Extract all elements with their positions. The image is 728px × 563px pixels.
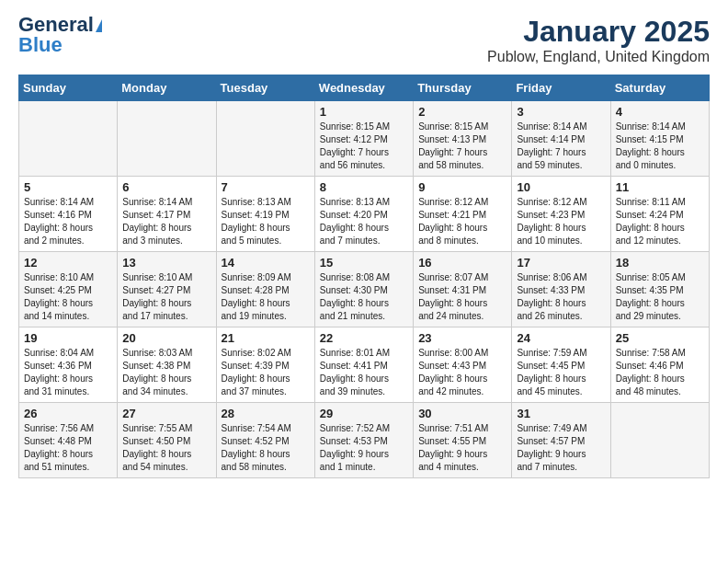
day-info: Sunrise: 8:14 AM Sunset: 4:16 PM Dayligh… xyxy=(24,196,112,247)
calendar-week-row: 19Sunrise: 8:04 AM Sunset: 4:36 PM Dayli… xyxy=(19,327,710,403)
day-number: 15 xyxy=(320,256,408,270)
calendar-day-cell: 21Sunrise: 8:02 AM Sunset: 4:39 PM Dayli… xyxy=(216,327,314,403)
calendar-day-cell: 26Sunrise: 7:56 AM Sunset: 4:48 PM Dayli… xyxy=(19,403,118,478)
day-info: Sunrise: 8:13 AM Sunset: 4:20 PM Dayligh… xyxy=(320,196,408,247)
day-number: 23 xyxy=(418,331,506,345)
day-info: Sunrise: 8:14 AM Sunset: 4:17 PM Dayligh… xyxy=(122,196,210,247)
day-number: 20 xyxy=(122,331,210,345)
logo-blue: Blue xyxy=(18,33,63,56)
day-number: 27 xyxy=(122,407,210,420)
day-info: Sunrise: 8:12 AM Sunset: 4:23 PM Dayligh… xyxy=(517,196,605,247)
day-number: 25 xyxy=(616,331,704,345)
calendar-day-cell: 18Sunrise: 8:05 AM Sunset: 4:35 PM Dayli… xyxy=(610,252,709,327)
day-info: Sunrise: 8:10 AM Sunset: 4:25 PM Dayligh… xyxy=(24,271,112,323)
calendar-table: SundayMondayTuesdayWednesdayThursdayFrid… xyxy=(18,75,710,478)
calendar-day-cell: 23Sunrise: 8:00 AM Sunset: 4:43 PM Dayli… xyxy=(414,327,512,403)
day-info: Sunrise: 7:49 AM Sunset: 4:57 PM Dayligh… xyxy=(517,422,605,474)
day-info: Sunrise: 8:00 AM Sunset: 4:43 PM Dayligh… xyxy=(418,347,506,398)
calendar-day-cell: 10Sunrise: 8:12 AM Sunset: 4:23 PM Dayli… xyxy=(512,177,610,252)
calendar-day-cell: 2Sunrise: 8:15 AM Sunset: 4:13 PM Daylig… xyxy=(414,101,512,177)
day-number: 24 xyxy=(517,331,605,345)
calendar-day-cell: 7Sunrise: 8:13 AM Sunset: 4:19 PM Daylig… xyxy=(216,177,314,252)
calendar-day-cell: 13Sunrise: 8:10 AM Sunset: 4:27 PM Dayli… xyxy=(118,252,216,327)
day-number: 5 xyxy=(24,180,112,194)
day-info: Sunrise: 7:58 AM Sunset: 4:46 PM Dayligh… xyxy=(616,347,704,398)
day-number: 12 xyxy=(24,256,112,270)
day-number: 30 xyxy=(418,407,506,420)
day-info: Sunrise: 8:06 AM Sunset: 4:33 PM Dayligh… xyxy=(517,271,605,323)
day-info: Sunrise: 8:15 AM Sunset: 4:12 PM Dayligh… xyxy=(320,121,408,172)
calendar-day-cell: 15Sunrise: 8:08 AM Sunset: 4:30 PM Dayli… xyxy=(314,252,413,327)
calendar-day-cell xyxy=(19,101,118,177)
day-number: 28 xyxy=(222,407,310,420)
page: General Blue January 2025 Publow, Englan… xyxy=(0,0,728,488)
day-number: 17 xyxy=(517,256,605,270)
calendar-day-header: Wednesday xyxy=(314,75,413,101)
calendar-title: January 2025 xyxy=(487,15,710,49)
day-info: Sunrise: 8:03 AM Sunset: 4:38 PM Dayligh… xyxy=(122,347,210,398)
calendar-day-cell xyxy=(610,403,709,478)
calendar-day-cell: 31Sunrise: 7:49 AM Sunset: 4:57 PM Dayli… xyxy=(512,403,610,478)
day-number: 3 xyxy=(517,105,605,119)
calendar-day-cell: 9Sunrise: 8:12 AM Sunset: 4:21 PM Daylig… xyxy=(414,177,512,252)
calendar-day-header: Friday xyxy=(512,75,610,101)
calendar-day-header: Sunday xyxy=(19,75,118,101)
day-info: Sunrise: 8:14 AM Sunset: 4:14 PM Dayligh… xyxy=(517,121,605,172)
calendar-day-cell: 25Sunrise: 7:58 AM Sunset: 4:46 PM Dayli… xyxy=(610,327,709,403)
day-number: 21 xyxy=(222,331,310,345)
day-number: 11 xyxy=(616,180,704,194)
day-info: Sunrise: 8:08 AM Sunset: 4:30 PM Dayligh… xyxy=(320,271,408,323)
day-info: Sunrise: 8:13 AM Sunset: 4:19 PM Dayligh… xyxy=(222,196,310,247)
day-info: Sunrise: 8:04 AM Sunset: 4:36 PM Dayligh… xyxy=(24,347,112,398)
calendar-day-cell: 5Sunrise: 8:14 AM Sunset: 4:16 PM Daylig… xyxy=(19,177,118,252)
calendar-day-cell: 29Sunrise: 7:52 AM Sunset: 4:53 PM Dayli… xyxy=(314,403,413,478)
day-number: 6 xyxy=(122,180,210,194)
calendar-day-cell: 27Sunrise: 7:55 AM Sunset: 4:50 PM Dayli… xyxy=(118,403,216,478)
day-number: 1 xyxy=(320,105,408,119)
calendar-day-cell: 4Sunrise: 8:14 AM Sunset: 4:15 PM Daylig… xyxy=(610,101,709,177)
day-info: Sunrise: 8:14 AM Sunset: 4:15 PM Dayligh… xyxy=(616,121,704,172)
day-info: Sunrise: 7:56 AM Sunset: 4:48 PM Dayligh… xyxy=(24,422,112,474)
day-info: Sunrise: 8:01 AM Sunset: 4:41 PM Dayligh… xyxy=(320,347,408,398)
calendar-day-cell xyxy=(216,101,314,177)
day-number: 26 xyxy=(24,407,112,420)
calendar-day-cell: 3Sunrise: 8:14 AM Sunset: 4:14 PM Daylig… xyxy=(512,101,610,177)
day-info: Sunrise: 8:12 AM Sunset: 4:21 PM Dayligh… xyxy=(418,196,506,247)
calendar-day-header: Tuesday xyxy=(216,75,314,101)
title-block: January 2025 Publow, England, United Kin… xyxy=(487,15,710,65)
calendar-week-row: 12Sunrise: 8:10 AM Sunset: 4:25 PM Dayli… xyxy=(19,252,710,327)
calendar-day-cell: 24Sunrise: 7:59 AM Sunset: 4:45 PM Dayli… xyxy=(512,327,610,403)
calendar-week-row: 26Sunrise: 7:56 AM Sunset: 4:48 PM Dayli… xyxy=(19,403,710,478)
day-number: 19 xyxy=(24,331,112,345)
calendar-day-cell: 17Sunrise: 8:06 AM Sunset: 4:33 PM Dayli… xyxy=(512,252,610,327)
day-number: 14 xyxy=(222,256,310,270)
calendar-week-row: 5Sunrise: 8:14 AM Sunset: 4:16 PM Daylig… xyxy=(19,177,710,252)
day-info: Sunrise: 8:09 AM Sunset: 4:28 PM Dayligh… xyxy=(222,271,310,323)
day-info: Sunrise: 8:02 AM Sunset: 4:39 PM Dayligh… xyxy=(222,347,310,398)
day-number: 2 xyxy=(418,105,506,119)
logo-text: General xyxy=(18,15,102,35)
day-info: Sunrise: 8:15 AM Sunset: 4:13 PM Dayligh… xyxy=(418,121,506,172)
calendar-day-cell: 19Sunrise: 8:04 AM Sunset: 4:36 PM Dayli… xyxy=(19,327,118,403)
logo: General Blue xyxy=(18,15,102,55)
calendar-day-header: Saturday xyxy=(610,75,709,101)
calendar-day-cell: 1Sunrise: 8:15 AM Sunset: 4:12 PM Daylig… xyxy=(314,101,413,177)
day-number: 7 xyxy=(222,180,310,194)
day-info: Sunrise: 7:54 AM Sunset: 4:52 PM Dayligh… xyxy=(222,422,310,474)
calendar-week-row: 1Sunrise: 8:15 AM Sunset: 4:12 PM Daylig… xyxy=(19,101,710,177)
calendar-day-cell: 12Sunrise: 8:10 AM Sunset: 4:25 PM Dayli… xyxy=(19,252,118,327)
header: General Blue January 2025 Publow, Englan… xyxy=(18,15,710,65)
calendar-day-cell: 6Sunrise: 8:14 AM Sunset: 4:17 PM Daylig… xyxy=(118,177,216,252)
day-info: Sunrise: 7:55 AM Sunset: 4:50 PM Dayligh… xyxy=(122,422,210,474)
calendar-day-cell: 28Sunrise: 7:54 AM Sunset: 4:52 PM Dayli… xyxy=(216,403,314,478)
day-number: 22 xyxy=(320,331,408,345)
day-number: 4 xyxy=(616,105,704,119)
calendar-day-cell: 20Sunrise: 8:03 AM Sunset: 4:38 PM Dayli… xyxy=(118,327,216,403)
calendar-day-header: Thursday xyxy=(414,75,512,101)
day-number: 29 xyxy=(320,407,408,420)
calendar-subtitle: Publow, England, United Kingdom xyxy=(487,49,710,65)
day-info: Sunrise: 7:51 AM Sunset: 4:55 PM Dayligh… xyxy=(418,422,506,474)
calendar-day-cell: 16Sunrise: 8:07 AM Sunset: 4:31 PM Dayli… xyxy=(414,252,512,327)
day-number: 10 xyxy=(517,180,605,194)
day-info: Sunrise: 8:07 AM Sunset: 4:31 PM Dayligh… xyxy=(418,271,506,323)
